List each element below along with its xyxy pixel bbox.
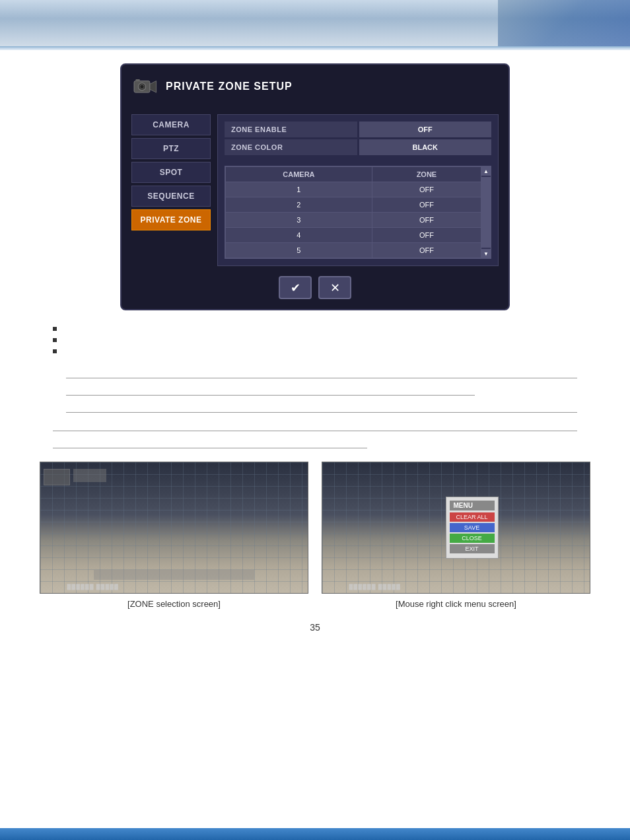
- camera-num: 4: [226, 228, 372, 243]
- sidebar-item-camera[interactable]: CAMERA: [131, 114, 211, 135]
- camera-num: 1: [226, 182, 372, 197]
- dialog-header: PRIVATE ZONE SETUP: [131, 75, 499, 104]
- bullet-item-3: [53, 346, 577, 353]
- confirm-button[interactable]: ✔: [279, 276, 312, 299]
- bullet-dot: [53, 327, 57, 331]
- table-row[interactable]: 5 OFF: [226, 243, 481, 258]
- screenshot-right-click-menu: MENU CLEAR ALL SAVE CLOSE EXIT ▓▓▓▓▓▓ ▓▓…: [322, 462, 590, 609]
- underline-line2-2: [53, 437, 367, 448]
- bullet-dot: [53, 338, 57, 342]
- screenshot-frame-right: MENU CLEAR ALL SAVE CLOSE EXIT ▓▓▓▓▓▓ ▓▓…: [322, 462, 590, 594]
- scroll-thumb[interactable]: [481, 177, 491, 248]
- menu-item-exit: EXIT: [450, 544, 495, 553]
- sidebar-item-sequence[interactable]: SEQUENCE: [131, 186, 211, 207]
- menu-overlay-title: MENU: [450, 501, 495, 510]
- bullet-dot: [53, 349, 57, 353]
- cancel-button[interactable]: ✕: [318, 276, 351, 299]
- bullet-item-1: [53, 324, 577, 331]
- menu-item-save: SAVE: [450, 523, 495, 532]
- camera-num: 3: [226, 213, 372, 228]
- zone-val: OFF: [372, 197, 481, 213]
- header: [0, 0, 630, 46]
- zone-color-value[interactable]: BLACK: [359, 139, 492, 155]
- underline-line2-1: [53, 419, 577, 431]
- underline-line-2: [66, 384, 475, 396]
- col-header-camera: CAMERA: [226, 167, 372, 182]
- zone-val: OFF: [372, 243, 481, 258]
- bullet-item-2: [53, 335, 577, 342]
- zone-table: CAMERA ZONE 1 OFF 2 OFF: [225, 166, 481, 258]
- table-row[interactable]: 1 OFF: [226, 182, 481, 197]
- underline-line-3: [66, 401, 577, 413]
- svg-marker-3: [150, 81, 157, 93]
- dialog-body: CAMERA PTZ SPOT SEQUENCE PRIVATE ZONE ZO…: [131, 114, 499, 266]
- camera-icon: [131, 75, 158, 98]
- right-click-menu-overlay: MENU CLEAR ALL SAVE CLOSE EXIT: [446, 497, 499, 559]
- sidebar-menu: CAMERA PTZ SPOT SEQUENCE PRIVATE ZONE: [131, 114, 211, 266]
- scroll-up-button[interactable]: ▲: [481, 166, 491, 176]
- underline-section-2: [53, 419, 577, 448]
- dialog-title: PRIVATE ZONE SETUP: [166, 81, 293, 92]
- svg-point-2: [140, 85, 144, 88]
- footer-bar: [0, 828, 630, 840]
- svg-rect-4: [135, 79, 139, 81]
- screenshot-label-left: [ZONE selection screen]: [127, 599, 221, 609]
- zone-enable-value[interactable]: OFF: [359, 122, 492, 137]
- scroll-down-button[interactable]: ▼: [481, 249, 491, 258]
- zone-val: OFF: [372, 182, 481, 197]
- sidebar-item-private-zone[interactable]: PRIVATE ZONE: [131, 209, 211, 230]
- sidebar-item-ptz[interactable]: PTZ: [131, 138, 211, 159]
- zone-val: OFF: [372, 228, 481, 243]
- col-header-zone: ZONE: [372, 167, 481, 182]
- page-number: 35: [26, 622, 604, 633]
- table-row[interactable]: 4 OFF: [226, 228, 481, 243]
- underline-section-1: [66, 367, 577, 413]
- screenshot-frame-left: ▓▓▓▓▓▓ ▓▓▓▓▓: [40, 462, 308, 594]
- settings-grid: ZONE ENABLE OFF ZONE COLOR BLACK: [225, 122, 491, 155]
- content-panel: ZONE ENABLE OFF ZONE COLOR BLACK CAMERA …: [217, 114, 499, 266]
- bullet-section: [53, 324, 577, 353]
- screenshot-zone-selection: ▓▓▓▓▓▓ ▓▓▓▓▓ [ZONE selection screen]: [40, 462, 308, 609]
- zone-color-label: ZONE COLOR: [225, 139, 357, 155]
- camera-num: 5: [226, 243, 372, 258]
- menu-item-close: CLOSE: [450, 534, 495, 543]
- main-content: PRIVATE ZONE SETUP CAMERA PTZ SPOT SEQUE…: [0, 50, 630, 659]
- camera-num: 2: [226, 197, 372, 213]
- zone-table-wrapper: CAMERA ZONE 1 OFF 2 OFF: [225, 166, 491, 259]
- zone-val: OFF: [372, 213, 481, 228]
- dialog-box: PRIVATE ZONE SETUP CAMERA PTZ SPOT SEQUE…: [120, 63, 510, 310]
- table-row[interactable]: 2 OFF: [226, 197, 481, 213]
- scrollbar[interactable]: ▲ ▼: [481, 166, 491, 258]
- underline-line-1: [66, 367, 577, 378]
- zone-enable-label: ZONE ENABLE: [225, 122, 357, 137]
- screenshots-section: ▓▓▓▓▓▓ ▓▓▓▓▓ [ZONE selection screen] MEN…: [40, 462, 590, 609]
- screenshot-label-right: [Mouse right click menu screen]: [396, 599, 516, 609]
- dialog-footer: ✔ ✕: [131, 276, 499, 299]
- menu-item-clear-all: CLEAR ALL: [450, 512, 495, 522]
- sidebar-item-spot[interactable]: SPOT: [131, 162, 211, 183]
- table-row[interactable]: 3 OFF: [226, 213, 481, 228]
